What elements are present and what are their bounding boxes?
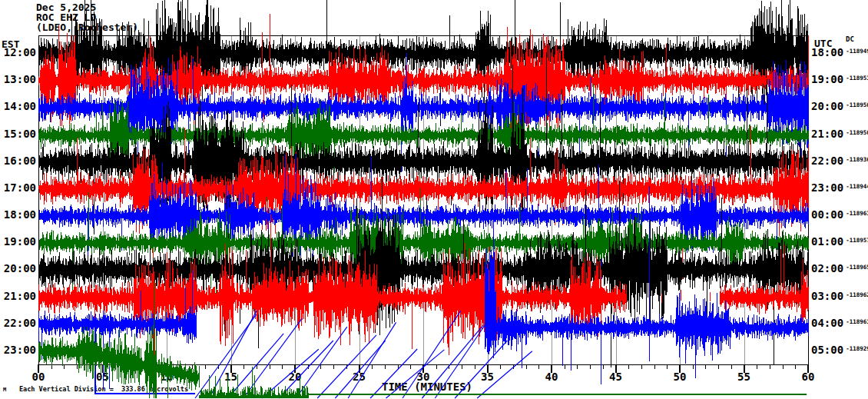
left-hour-label-19: 19:00 <box>0 236 36 247</box>
minute-tick-label-00: 00 <box>32 371 45 383</box>
left-hour-label-22: 22:00 <box>0 318 36 328</box>
utc-hour-value: 19:00 <box>811 74 843 85</box>
left-hour-label-15: 15:00 <box>0 128 36 139</box>
network-label: (LDEO, Rochester) <box>36 22 138 32</box>
utc-hour-value: 22:00 <box>811 155 843 166</box>
scale-note: Each Vertical Division = 333.86 microvol… <box>19 385 188 393</box>
left-hour-label-21: 21:00 <box>0 291 36 301</box>
utc-hour-value: 02:00 <box>811 263 843 274</box>
dc-offset-value: -1189368 <box>846 156 868 163</box>
dc-offset-value: -1189501 <box>846 101 868 108</box>
dc-offset-value: -1189574 <box>846 237 868 244</box>
right-hour-label-03: 03:00-1189627 <box>811 291 868 301</box>
left-hour-label-12: 12:00 <box>0 47 36 58</box>
right-hour-label-00: 00:00-1189632 <box>811 209 868 220</box>
corner-mark: M <box>3 387 6 393</box>
right-hour-label-01: 01:00-1189574 <box>811 236 868 247</box>
right-hour-label-05: 05:00-1189290 <box>811 344 868 355</box>
minute-tick-label-45: 45 <box>609 371 622 383</box>
helicorder-screen: Dec 5,2025 ROC EHZ LD (LDEO, Rochester) … <box>0 0 868 399</box>
right-hour-label-23: 23:00-1189445 <box>811 182 868 193</box>
left-hour-label-16: 16:00 <box>0 155 36 166</box>
utc-hour-value: 04:00 <box>811 318 843 328</box>
right-hour-label-21: 21:00-1189500 <box>811 128 868 139</box>
utc-hour-value: 05:00 <box>811 344 843 355</box>
left-hour-label-18: 18:00 <box>0 209 36 220</box>
left-hour-label-23: 23:00 <box>0 344 36 355</box>
dc-offset-value: -1189500 <box>846 129 868 136</box>
right-hour-label-19: 19:00-1189530 <box>811 74 868 85</box>
dc-offset-value: -1189612 <box>846 318 868 325</box>
right-hour-label-04: 04:00-1189612 <box>811 318 868 328</box>
left-hour-label-17: 17:00 <box>0 182 36 193</box>
right-hour-label-02: 02:00-1189656 <box>811 263 868 274</box>
minute-tick-label-30: 30 <box>417 371 430 383</box>
dc-offset-value: -1189445 <box>846 183 868 190</box>
dc-offset-value: -1189656 <box>846 264 868 271</box>
utc-hour-value: 01:00 <box>811 236 843 247</box>
dc-column-label: DC <box>846 35 854 43</box>
utc-hour-value: 03:00 <box>811 291 843 301</box>
minute-tick-label-20: 20 <box>289 371 302 383</box>
utc-hour-value: 18:00 <box>811 47 843 58</box>
dc-offset-value: -1189498 <box>846 48 868 55</box>
minute-tick-label-40: 40 <box>545 371 558 383</box>
left-hour-label-20: 20:00 <box>0 263 36 274</box>
minute-tick-label-15: 15 <box>224 371 237 383</box>
seismogram-plot <box>0 0 868 399</box>
left-hour-label-14: 14:00 <box>0 101 36 111</box>
right-hour-label-18: 18:00-1189498 <box>811 47 868 58</box>
utc-hour-value: 23:00 <box>811 182 843 193</box>
dc-offset-value: -1189627 <box>846 291 868 298</box>
right-hour-label-20: 20:00-1189501 <box>811 101 868 111</box>
right-hour-label-22: 22:00-1189368 <box>811 155 868 166</box>
dc-offset-value: -1189290 <box>846 345 868 352</box>
utc-hour-value: 21:00 <box>811 128 843 139</box>
minute-tick-label-35: 35 <box>481 371 494 383</box>
left-hour-label-13: 13:00 <box>0 74 36 85</box>
minute-tick-label-10: 10 <box>161 371 174 383</box>
dc-offset-value: -1189530 <box>846 75 868 81</box>
minute-tick-label-05: 05 <box>96 371 109 383</box>
utc-hour-value: 20:00 <box>811 101 843 111</box>
minute-tick-label-60: 60 <box>802 371 815 383</box>
dc-offset-value: -1189632 <box>846 210 868 217</box>
minute-tick-label-50: 50 <box>674 371 687 383</box>
utc-hour-value: 00:00 <box>811 209 843 220</box>
minute-tick-label-25: 25 <box>353 371 366 383</box>
minute-tick-label-55: 55 <box>737 371 750 383</box>
